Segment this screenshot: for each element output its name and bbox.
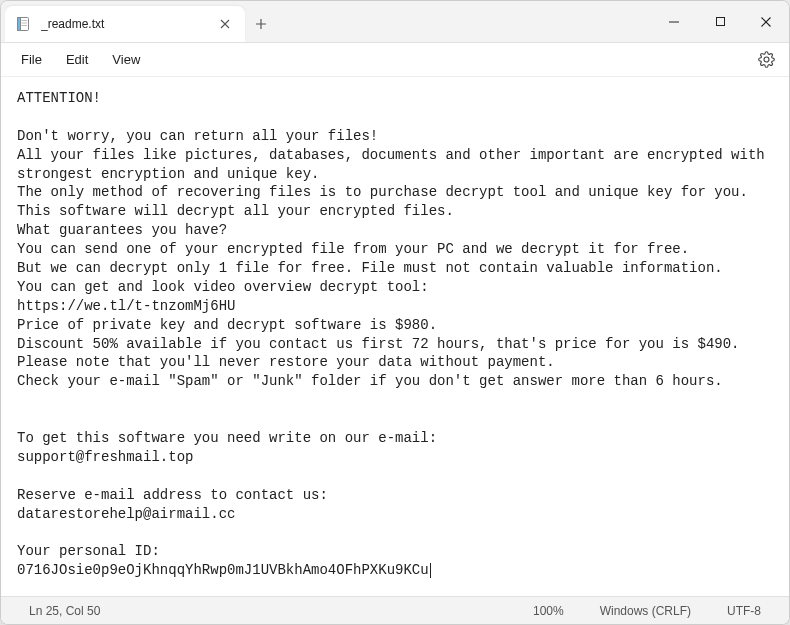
status-line-endings[interactable]: Windows (CRLF) (582, 604, 709, 618)
menu-view[interactable]: View (100, 48, 152, 71)
minimize-icon (668, 16, 680, 28)
notepad-window: _readme.txt (0, 0, 790, 625)
tab-active[interactable]: _readme.txt (5, 6, 245, 42)
text-cursor (430, 563, 431, 578)
close-icon (760, 16, 772, 28)
tab-strip: _readme.txt (1, 1, 651, 42)
window-controls (651, 1, 789, 42)
menu-edit[interactable]: Edit (54, 48, 100, 71)
settings-button[interactable] (752, 47, 781, 72)
status-zoom[interactable]: 100% (515, 604, 582, 618)
maximize-icon (715, 16, 726, 27)
gear-icon (758, 51, 775, 68)
menubar: File Edit View (1, 43, 789, 77)
document-text: ATTENTION! Don't worry, you can return a… (17, 90, 773, 578)
tab-title: _readme.txt (41, 17, 205, 31)
close-icon (220, 19, 230, 29)
titlebar[interactable]: _readme.txt (1, 1, 789, 43)
status-cursor-position[interactable]: Ln 25, Col 50 (11, 604, 118, 618)
new-tab-button[interactable] (245, 6, 277, 42)
plus-icon (255, 18, 267, 30)
statusbar: Ln 25, Col 50 100% Windows (CRLF) UTF-8 (1, 596, 789, 624)
close-window-button[interactable] (743, 1, 789, 43)
status-encoding[interactable]: UTF-8 (709, 604, 779, 618)
svg-rect-10 (716, 18, 724, 26)
minimize-button[interactable] (651, 1, 697, 43)
maximize-button[interactable] (697, 1, 743, 43)
svg-rect-1 (18, 18, 21, 31)
text-editor-content[interactable]: ATTENTION! Don't worry, you can return a… (1, 77, 789, 596)
menu-file[interactable]: File (9, 48, 54, 71)
notepad-file-icon (15, 16, 31, 32)
tab-close-button[interactable] (215, 14, 235, 34)
